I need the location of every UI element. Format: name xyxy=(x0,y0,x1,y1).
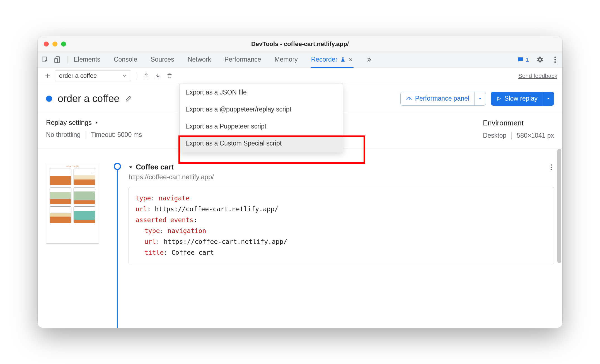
recorder-toolbar: order a coffee Send feedback Export as a… xyxy=(38,67,562,84)
collapse-icon[interactable] xyxy=(129,165,133,169)
recording-select[interactable]: order a coffee xyxy=(55,70,131,81)
caret-down-icon xyxy=(478,96,482,101)
caret-down-icon xyxy=(546,96,551,101)
tab-console[interactable]: Console xyxy=(113,52,138,67)
export-icon[interactable] xyxy=(153,71,163,81)
traffic-lights xyxy=(38,42,66,47)
tab-sources[interactable]: Sources xyxy=(150,52,175,67)
svg-point-8 xyxy=(551,169,552,170)
tab-elements[interactable]: Elements xyxy=(73,52,101,67)
tab-network[interactable]: Network xyxy=(187,52,212,67)
tab-performance[interactable]: Performance xyxy=(224,52,262,67)
recording-title: order a coffee xyxy=(58,93,119,105)
play-icon xyxy=(496,96,502,101)
slow-replay-dropdown[interactable] xyxy=(543,92,554,106)
timeout-value: Timeout: 5000 ms xyxy=(91,131,142,139)
export-puppeteer[interactable]: Export as a Puppeteer script xyxy=(180,118,343,135)
env-device: Desktop xyxy=(483,132,506,139)
svg-point-3 xyxy=(554,56,556,58)
timeline-node-icon xyxy=(114,163,121,170)
more-tabs-icon[interactable] xyxy=(366,57,372,63)
svg-rect-2 xyxy=(55,58,57,62)
send-feedback-link[interactable]: Send feedback xyxy=(518,72,557,79)
step-url: https://coffee-cart.netlify.app/ xyxy=(129,173,554,181)
tab-memory[interactable]: Memory xyxy=(274,52,298,67)
window-title: DevTools - coffee-cart.netlify.app/ xyxy=(38,40,562,48)
svg-point-4 xyxy=(554,59,556,60)
svg-point-7 xyxy=(551,166,552,168)
environment-label: Environment xyxy=(483,119,554,127)
export-puppeteer-replay[interactable]: Export as a @puppeteer/replay script xyxy=(180,101,343,118)
flask-icon xyxy=(340,57,346,62)
window: DevTools - coffee-cart.netlify.app/ Elem… xyxy=(38,36,562,328)
chevron-right-icon xyxy=(95,120,98,125)
close-tab-icon[interactable] xyxy=(349,57,353,62)
scrollbar[interactable] xyxy=(557,149,561,263)
throttling-value: No throttling xyxy=(46,131,81,139)
timeline xyxy=(113,163,122,328)
add-recording-icon[interactable] xyxy=(43,71,53,81)
delete-icon[interactable] xyxy=(165,71,174,81)
replay-settings-toggle[interactable]: Replay settings xyxy=(46,119,142,127)
devtools-tabbar: Elements Console Sources Network Perform… xyxy=(38,52,562,67)
minimize-window[interactable] xyxy=(52,42,57,47)
step-thumbnail: menu cart(0) xyxy=(46,163,99,244)
env-size: 580×1041 px xyxy=(517,132,554,139)
slow-replay-button[interactable]: Slow replay xyxy=(491,92,554,106)
chat-icon xyxy=(517,56,524,63)
step: Coffee cart https://coffee-cart.netlify.… xyxy=(122,163,562,328)
performance-panel-dropdown[interactable] xyxy=(474,92,486,105)
step-details: type: navigate url: https://coffee-cart.… xyxy=(129,187,554,264)
status-dot-icon xyxy=(46,96,52,102)
step-title: Coffee cart xyxy=(136,163,174,171)
content-area: menu cart(0) Coffee cart htt xyxy=(38,149,562,328)
close-window[interactable] xyxy=(44,42,49,47)
export-json[interactable]: Export as a JSON file xyxy=(180,84,343,101)
svg-point-5 xyxy=(554,61,556,62)
device-toggle-icon[interactable] xyxy=(54,56,62,64)
step-menu-icon[interactable] xyxy=(550,164,554,171)
export-custom-special[interactable]: Export as a Custom Special script xyxy=(180,135,343,152)
import-icon[interactable] xyxy=(141,71,151,81)
kebab-menu-icon[interactable] xyxy=(551,56,559,64)
chevron-down-icon xyxy=(122,73,127,78)
export-menu: Export as a JSON file Export as a @puppe… xyxy=(180,84,343,152)
titlebar: DevTools - coffee-cart.netlify.app/ xyxy=(38,36,562,52)
performance-panel-button[interactable]: Performance panel xyxy=(400,92,486,106)
tab-recorder[interactable]: Recorder xyxy=(311,52,354,67)
maximize-window[interactable] xyxy=(61,42,66,47)
settings-icon[interactable] xyxy=(536,56,544,64)
gauge-icon xyxy=(406,95,412,102)
svg-point-6 xyxy=(551,164,552,166)
edit-icon[interactable] xyxy=(125,95,132,102)
issues-badge[interactable]: 1 xyxy=(517,56,529,63)
inspect-icon[interactable] xyxy=(41,56,49,64)
